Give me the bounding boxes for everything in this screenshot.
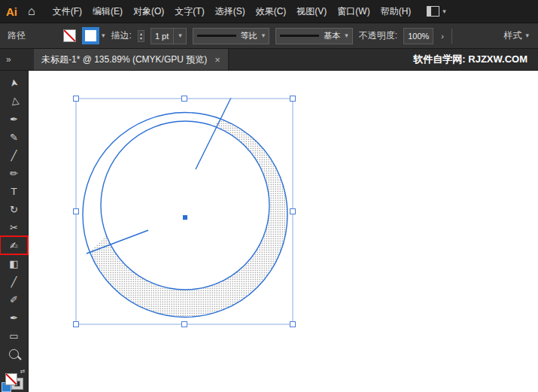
style-label: 样式 <box>503 29 521 42</box>
close-icon[interactable]: × <box>214 54 220 65</box>
main-area: ➤ ▷ ✒ ✎ ╱ ✏ T ↻ ✂ ✍ ◧ ╱ ✐ ✒ ▭ ⇄ <box>0 71 538 392</box>
chevron-down-icon: ▾ <box>525 32 529 39</box>
scissors-tool[interactable]: ✂ <box>0 218 28 236</box>
type-tool-icon: T <box>11 187 17 196</box>
diagonal-line-bottom-left[interactable] <box>87 230 148 254</box>
shaper-tool-icon: ✍ <box>10 241 18 251</box>
direct-selection-tool-icon: ▷ <box>8 96 20 105</box>
swap-fill-stroke-icon[interactable]: ⇄ <box>20 368 26 375</box>
artboard-artwork <box>29 71 538 392</box>
opacity-dropdown[interactable]: 100% <box>403 28 433 44</box>
zoom-tool[interactable] <box>0 345 28 363</box>
brush-definition-value: 基本 <box>324 30 340 41</box>
stroke-width-dropdown[interactable]: 1 pt ▾ <box>150 28 187 44</box>
menu-file[interactable]: 文件(F) <box>47 5 87 18</box>
pen-tool-icon: ✒ <box>10 114 18 124</box>
width-profile-value: 等比 <box>241 30 257 41</box>
scissors-tool-icon: ✂ <box>10 223 18 232</box>
chevron-down-icon: ▾ <box>102 32 105 39</box>
selection-handle[interactable] <box>182 96 187 102</box>
menu-object[interactable]: 对象(O) <box>128 5 169 18</box>
selection-handle[interactable] <box>290 322 296 327</box>
eyedropper-tool[interactable]: ✒ <box>0 308 28 327</box>
chevron-down-icon: ▾ <box>262 32 266 39</box>
watermark-text: 软件自学网: RJZXW.COM <box>413 49 538 70</box>
shaper-tool[interactable]: ✍ <box>0 236 28 254</box>
toolbar-collapse-button[interactable]: » <box>0 49 34 70</box>
stroke-profile-preview <box>197 35 236 37</box>
stroke-width-value: 1 pt <box>155 32 169 41</box>
tab-bar: » 未标题-1* @ 135.89% (CMYK/GPU 预览) × 软件自学网… <box>0 49 538 71</box>
menu-type[interactable]: 文字(T) <box>169 5 209 18</box>
workspace-switcher[interactable]: ▾ <box>427 6 446 17</box>
direct-selection-tool[interactable]: ▷ <box>0 92 28 110</box>
menu-help[interactable]: 帮助(H) <box>375 5 417 18</box>
selection-handle[interactable] <box>290 209 296 214</box>
width-profile-dropdown[interactable]: 等比 ▾ <box>193 28 270 44</box>
chevron-down-icon: ▾ <box>442 8 446 15</box>
opacity-value: 100% <box>408 32 429 41</box>
menu-view[interactable]: 视图(V) <box>291 5 332 18</box>
menu-window[interactable]: 窗口(W) <box>332 5 375 18</box>
document-tab[interactable]: 未标题-1* @ 135.89% (CMYK/GPU 预览) × <box>34 49 229 70</box>
eyedropper-tool-icon: ✒ <box>10 313 18 323</box>
double-chevron-icon: » <box>6 54 11 65</box>
selection-handle[interactable] <box>74 322 79 327</box>
knife-tool[interactable]: ╱ <box>0 272 28 290</box>
document-title: 未标题-1* @ 135.89% (CMYK/GPU 预览) <box>41 53 207 66</box>
gradient-tool[interactable]: ◧ <box>0 254 28 272</box>
pen-tool[interactable]: ✒ <box>0 110 28 128</box>
rotate-tool-icon: ↻ <box>10 205 18 214</box>
stroke-swatch-dropdown[interactable]: ▾ <box>82 27 105 44</box>
home-icon[interactable]: ⌂ <box>28 5 35 18</box>
selection-handle[interactable] <box>290 96 296 102</box>
paintbrush-tool[interactable]: ✏ <box>0 164 28 182</box>
selection-type-label: 路径 <box>8 29 26 42</box>
inner-circle[interactable] <box>101 121 269 290</box>
illustrator-window: Ai ⌂ 文件(F) 编辑(E) 对象(O) 文字(T) 选择(S) 效果(C)… <box>0 0 538 392</box>
stroke-color-swatch <box>82 27 99 44</box>
diagonal-line-top[interactable] <box>196 98 231 169</box>
opacity-expand-arrow[interactable]: › <box>439 32 445 41</box>
curvature-tool-icon: ✎ <box>10 132 18 142</box>
chevron-down-icon: ▾ <box>178 32 182 39</box>
selection-handle[interactable] <box>74 96 79 102</box>
fill-none-indicator[interactable] <box>5 373 17 385</box>
divider <box>451 29 452 44</box>
canvas[interactable] <box>29 71 538 392</box>
center-anchor[interactable] <box>183 215 187 220</box>
brush-definition-dropdown[interactable]: 基本 ▾ <box>275 28 353 44</box>
blob-brush-tool[interactable]: ✐ <box>0 290 28 308</box>
fill-none-swatch[interactable] <box>63 29 76 42</box>
style-dropdown[interactable]: 样式 ▾ <box>503 29 530 42</box>
menu-edit[interactable]: 编辑(E) <box>87 5 128 18</box>
menu-bar: Ai ⌂ 文件(F) 编辑(E) 对象(O) 文字(T) 选择(S) 效果(C)… <box>0 0 538 23</box>
paintbrush-tool-icon: ✏ <box>10 169 18 178</box>
menu-select[interactable]: 选择(S) <box>210 5 251 18</box>
menu-effect[interactable]: 效果(C) <box>251 5 292 18</box>
line-segment-tool-icon: ╱ <box>11 150 17 160</box>
rotate-tool[interactable]: ↻ <box>0 200 28 218</box>
workspace-icon <box>427 6 439 17</box>
artboard-tool[interactable]: ▭ <box>0 327 28 345</box>
chevron-down-icon: ▾ <box>345 32 348 39</box>
control-bar: 路径 ▾ 描边: ▴ ▾ 1 pt ▾ 等比 ▾ 基本 ▾ 不透明度: 100% <box>0 23 538 49</box>
line-segment-tool[interactable]: ╱ <box>0 146 28 164</box>
divider <box>173 29 174 44</box>
gradient-tool-icon: ◧ <box>9 259 18 269</box>
zoom-tool-icon <box>9 349 19 359</box>
selection-handle[interactable] <box>182 322 187 327</box>
stroke-label: 描边: <box>111 29 132 42</box>
selection-handle[interactable] <box>74 209 79 214</box>
tools-panel: ➤ ▷ ✒ ✎ ╱ ✏ T ↻ ✂ ✍ ◧ ╱ ✐ ✒ ▭ ⇄ <box>0 71 29 392</box>
stroke-width-stepper[interactable]: ▴ ▾ <box>138 30 144 42</box>
blob-brush-tool-icon: ✐ <box>10 295 18 305</box>
selection-tool-icon: ➤ <box>8 78 20 88</box>
type-tool[interactable]: T <box>0 182 28 200</box>
stepper-down-icon[interactable]: ▾ <box>140 36 142 41</box>
opacity-label: 不透明度: <box>359 29 397 42</box>
curvature-tool[interactable]: ✎ <box>0 128 28 146</box>
selected-artwork[interactable] <box>83 98 287 318</box>
selection-tool[interactable]: ➤ <box>0 74 28 92</box>
artboard-tool-icon: ▭ <box>9 331 18 341</box>
